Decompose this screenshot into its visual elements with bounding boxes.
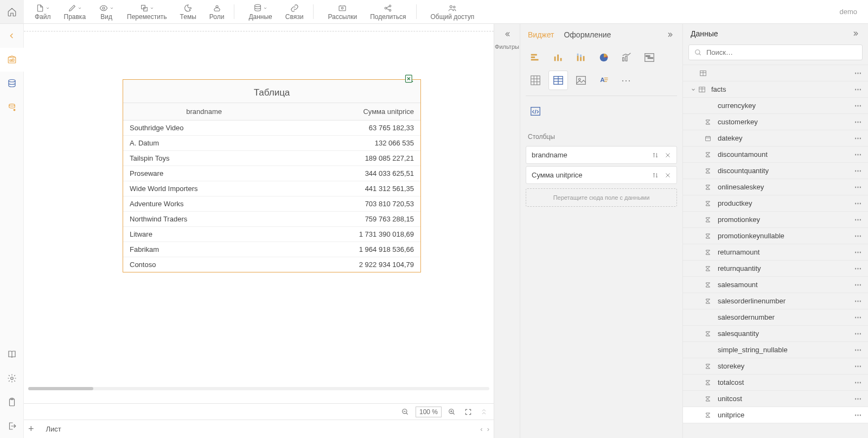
exit-button[interactable] [0, 414, 24, 438]
collapse-data-panel-button[interactable] [852, 30, 860, 37]
more-icon[interactable]: ⋯ [854, 248, 863, 256]
tree-table-facts[interactable]: facts ⋯ [683, 81, 868, 98]
horizontal-scrollbar[interactable] [28, 387, 489, 390]
more-icon[interactable]: ⋯ [854, 313, 863, 321]
table-header[interactable]: Сумма unitprice [285, 103, 420, 120]
tree-field[interactable]: onlinesaleskey⋯ [683, 179, 868, 195]
menu-theme[interactable]: Темы [174, 1, 203, 23]
docs-button[interactable] [0, 342, 24, 366]
tree-field[interactable]: discountquantity⋯ [683, 163, 868, 179]
menu-file[interactable]: Файл [28, 1, 58, 23]
back-button[interactable] [0, 24, 24, 48]
menu-move[interactable]: Переместить [120, 1, 174, 23]
tree-field[interactable]: salesordernumber⋯ [683, 309, 868, 326]
table-row[interactable]: Wide World Importers441 312 561,35 [123, 181, 420, 196]
chart-type-bar-v[interactable] [548, 48, 568, 67]
more-icon[interactable]: ⋯ [854, 281, 863, 289]
chip-remove-icon[interactable] [665, 152, 671, 158]
tree-field[interactable]: promotionkey⋯ [683, 212, 868, 228]
table-row[interactable]: Fabrikam1 964 918 536,66 [123, 242, 420, 257]
table-row[interactable]: Tailspin Toys189 085 227,21 [123, 151, 420, 166]
chart-type-pie[interactable] [594, 48, 614, 67]
more-icon[interactable]: ⋯ [854, 85, 863, 93]
expand-filters-button[interactable] [503, 30, 512, 38]
tree-field[interactable]: returnquantity⋯ [683, 261, 868, 277]
user-label[interactable]: demo [839, 0, 868, 23]
table-row[interactable]: Contoso2 922 934 104,79 [123, 257, 420, 272]
menu-link[interactable]: Связи [279, 1, 310, 23]
table-row[interactable]: Proseware344 033 625,51 [123, 166, 420, 181]
more-icon[interactable]: ⋯ [854, 378, 863, 386]
tree-field[interactable]: currencykey⋯ [683, 98, 868, 114]
collapse-widget-panel-button[interactable] [666, 31, 675, 39]
chart-type-image[interactable] [571, 71, 591, 90]
zoom-in-button[interactable] [446, 406, 458, 418]
tree-field[interactable]: customerkey⋯ [683, 114, 868, 130]
more-icon[interactable]: ⋯ [854, 297, 863, 305]
tree-field[interactable]: unitprice⋯ [683, 407, 868, 423]
more-icon[interactable]: ⋯ [854, 167, 863, 175]
chart-type-more[interactable]: ⋯ [617, 71, 636, 90]
more-icon[interactable]: ⋯ [854, 150, 863, 158]
menu-eye[interactable]: Вид [92, 1, 120, 23]
tree-field[interactable]: returnamount⋯ [683, 244, 868, 261]
model-nav[interactable] [0, 96, 24, 119]
collapse-up-button[interactable] [478, 407, 489, 417]
table-row[interactable]: Litware1 731 390 018,69 [123, 227, 420, 242]
more-icon[interactable]: ⋯ [854, 411, 863, 419]
chart-type-text[interactable]: A [594, 71, 614, 90]
tree-field[interactable]: simple_string_nullable⋯ [683, 342, 868, 358]
chart-type-bar-h[interactable] [526, 48, 545, 67]
table-row[interactable]: Adventure Works703 810 720,53 [123, 196, 420, 212]
tree-field[interactable]: totalcost⋯ [683, 374, 868, 391]
chart-type-combo[interactable] [617, 48, 636, 67]
zoom-out-button[interactable] [399, 406, 411, 418]
more-icon[interactable]: ⋯ [854, 118, 863, 126]
table-widget[interactable]: Таблица brandnameСумма unitprice Southri… [123, 79, 421, 272]
tab-style[interactable]: Оформление [564, 30, 611, 39]
chip-sort-icon[interactable] [652, 152, 659, 158]
tree-field[interactable]: productkey⋯ [683, 195, 868, 212]
menu-share[interactable]: Поделиться [363, 1, 412, 23]
more-icon[interactable]: ⋯ [854, 232, 863, 240]
more-icon[interactable]: ⋯ [854, 183, 863, 191]
sheet-tab[interactable]: Лист [41, 423, 67, 435]
table-row[interactable]: Southridge Video63 765 182,33 [123, 120, 420, 136]
more-icon[interactable]: ⋯ [854, 199, 863, 207]
chart-type-pivot[interactable] [526, 71, 545, 90]
sheet-next-button[interactable]: › [487, 425, 489, 433]
settings-button[interactable] [0, 366, 24, 390]
tree-field[interactable]: salesquantity⋯ [683, 326, 868, 342]
chart-type-bar-stacked[interactable] [571, 48, 591, 67]
more-icon[interactable]: ⋯ [854, 329, 863, 338]
menu-roles[interactable]: Роли [203, 1, 231, 23]
tree-field[interactable]: salesamount⋯ [683, 277, 868, 293]
more-icon[interactable]: ⋯ [854, 362, 863, 370]
table-header[interactable]: brandname [123, 103, 285, 120]
more-icon[interactable]: ⋯ [854, 346, 863, 354]
tree-field[interactable]: datekey⋯ [683, 130, 868, 147]
table-row[interactable]: A. Datum132 066 535 [123, 136, 420, 151]
more-icon[interactable]: ⋯ [854, 395, 863, 403]
tree-field[interactable]: discountamount⋯ [683, 147, 868, 163]
more-icon[interactable]: ⋯ [854, 134, 863, 142]
more-icon[interactable]: ⋯ [854, 215, 863, 224]
fullscreen-button[interactable] [462, 406, 474, 418]
add-sheet-button[interactable]: + [28, 423, 34, 435]
columns-drop-zone[interactable]: Перетащите сюда поле с данными [526, 188, 677, 207]
tree-field[interactable]: unitcost⋯ [683, 391, 868, 407]
more-icon[interactable]: ⋯ [854, 69, 863, 77]
menu-mail[interactable]: Рассылки [321, 1, 363, 23]
more-icon[interactable]: ⋯ [854, 264, 863, 272]
excel-export-icon[interactable] [404, 73, 415, 84]
clipboard-button[interactable] [0, 390, 24, 414]
chart-type-table[interactable] [548, 71, 568, 90]
menu-pencil[interactable]: Правка [58, 1, 93, 23]
tab-widget[interactable]: Виджет [528, 30, 554, 39]
tree-row-placeholder[interactable]: ⋯ [683, 65, 868, 81]
menu-db[interactable]: Данные [242, 1, 278, 23]
column-chip[interactable]: brandname [526, 146, 677, 164]
more-icon[interactable]: ⋯ [854, 101, 863, 110]
data-search[interactable] [688, 45, 863, 60]
tree-field[interactable]: salesorderlinenumber⋯ [683, 293, 868, 309]
